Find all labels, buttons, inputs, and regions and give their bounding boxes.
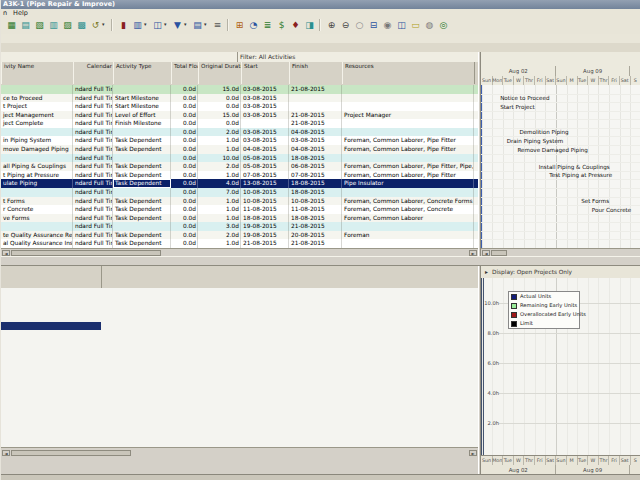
column-header[interactable]: ivity Name: [1, 62, 74, 84]
table-cell[interactable]: [342, 222, 474, 231]
table-cell[interactable]: 18-08-2015: [241, 214, 289, 223]
table-cell[interactable]: 1.0d: [198, 136, 241, 145]
table-cell[interactable]: ndard Full Time: [73, 239, 113, 248]
table-cell[interactable]: Task Dependent: [113, 231, 171, 240]
resources-icon[interactable]: ≣: [260, 18, 275, 33]
table-cell[interactable]: [1, 222, 73, 231]
table-cell[interactable]: [342, 119, 474, 128]
table-cell[interactable]: all Piping & Couplings: [1, 162, 73, 171]
table-cell[interactable]: 7.0d: [198, 188, 241, 197]
table-cell[interactable]: [342, 94, 474, 103]
table-cell[interactable]: [113, 128, 171, 137]
table-cell[interactable]: 0.0d: [171, 111, 198, 120]
table-cell[interactable]: 0.0d: [171, 128, 198, 137]
table-cell[interactable]: 3.0d: [198, 222, 241, 231]
table-cell[interactable]: 2.0d: [198, 162, 241, 171]
table-cell[interactable]: 1.0d: [198, 239, 241, 248]
table-cell[interactable]: ndard Full Time: [73, 222, 113, 231]
column-header[interactable]: Activity Type: [113, 62, 172, 84]
columns-icon[interactable]: ▥: [130, 18, 145, 33]
table-cell[interactable]: ve Forms: [1, 214, 73, 223]
table-cell[interactable]: 0.0d: [171, 239, 198, 248]
table-cell[interactable]: 10-08-2015: [289, 197, 342, 206]
zoom-out-icon[interactable]: ⊖: [338, 18, 353, 33]
table-cell[interactable]: 03-08-2015: [241, 85, 289, 94]
scroll-left-button[interactable]: ◄: [2, 450, 10, 456]
table-cell[interactable]: Finish Milestone: [113, 119, 171, 128]
table-cell[interactable]: 0.0d: [171, 154, 198, 163]
table-cell[interactable]: [342, 128, 474, 137]
table-row[interactable]: ndard Full Time0.0d2.0d03-08-201504-08-2…: [1, 128, 478, 137]
table-cell[interactable]: 21-08-2015: [289, 239, 342, 248]
table-cell[interactable]: Foreman, Common Laborer, Pipe Fitter: [342, 136, 474, 145]
table-cell[interactable]: ndard Full Time: [73, 102, 113, 111]
table-cell[interactable]: ject Complete: [1, 119, 73, 128]
activity-details-icon[interactable]: ▮: [116, 18, 131, 33]
column-header[interactable]: Total Float: [171, 62, 199, 84]
table-cell[interactable]: 21-08-2015: [289, 111, 342, 120]
filter-label[interactable]: Filter: All Activities: [240, 52, 295, 62]
table-row[interactable]: r Concretendard Full TimeTask Dependent0…: [1, 205, 478, 214]
table-cell[interactable]: [342, 85, 474, 94]
table-cell[interactable]: Task Dependent: [113, 239, 171, 248]
table-cell[interactable]: 0.0d: [171, 188, 198, 197]
table-cell[interactable]: 4.0d: [198, 179, 241, 188]
dropdown-arrow-icon[interactable]: ▾: [184, 21, 187, 27]
scroll-thumb[interactable]: [11, 450, 131, 456]
table-cell[interactable]: Task Dependent: [113, 136, 171, 145]
table-cell[interactable]: ndard Full Time: [73, 162, 113, 171]
table-cell[interactable]: 15.0d: [198, 85, 241, 94]
table-row[interactable]: ndard Full Time0.0d7.0d10-08-201518-08-2…: [1, 188, 478, 197]
table-cell[interactable]: t Forms: [1, 197, 73, 206]
table-cell[interactable]: 0.0d: [171, 102, 198, 111]
split-vertical-icon[interactable]: ◫: [394, 18, 409, 33]
table-cell[interactable]: al Quality Assurance Inspection: [1, 239, 73, 248]
table-cell[interactable]: 10-08-2015: [241, 197, 289, 206]
table-cell[interactable]: 0.0d: [171, 119, 198, 128]
table-cell[interactable]: 2.0d: [198, 128, 241, 137]
table-cell[interactable]: Task Dependent: [113, 214, 171, 223]
table-row[interactable]: ulate Pipingndard Full TimeTask Dependen…: [1, 179, 478, 188]
table-cell[interactable]: Foreman, Common Laborer: [342, 214, 474, 223]
table-cell[interactable]: [289, 94, 342, 103]
table-cell[interactable]: Foreman, Common Laborer, Pipe Fitter: [342, 171, 474, 180]
table-row[interactable]: all Piping & Couplingsndard Full TimeTas…: [1, 162, 478, 171]
table-cell[interactable]: ndard Full Time: [73, 85, 113, 94]
table-cell[interactable]: 03-08-2015: [289, 136, 342, 145]
save-icon[interactable]: ▧: [32, 18, 47, 33]
table-row[interactable]: ject Completendard Full TimeFinish Miles…: [1, 119, 478, 128]
table-row[interactable]: t Piping at Pressurendard Full TimeTask …: [1, 171, 478, 180]
table-cell[interactable]: 19-08-2015: [241, 231, 289, 240]
table-cell[interactable]: Task Dependent: [113, 197, 171, 206]
display-options-icon[interactable]: ▸: [485, 266, 488, 278]
table-cell[interactable]: 18-08-2015: [289, 154, 342, 163]
table-row[interactable]: ndard Full Time0.0d10.0d05-08-201518-08-…: [1, 154, 478, 163]
table-cell[interactable]: 0.0d: [198, 119, 241, 128]
display-options-label[interactable]: Display: Open Projects Only: [492, 266, 572, 278]
table-cell[interactable]: 06-08-2015: [289, 162, 342, 171]
column-header[interactable]: Original Duration: [198, 62, 242, 84]
table-cell[interactable]: 03-08-2015: [241, 94, 289, 103]
table-cell[interactable]: Pipe Insulator: [342, 179, 474, 188]
horizontal-splitter[interactable]: [1, 256, 640, 266]
table-cell[interactable]: te Quality Assurance Report: [1, 231, 73, 240]
column-header[interactable]: Calendar: [73, 62, 114, 84]
table-cell[interactable]: ndard Full Time: [73, 119, 113, 128]
table-cell[interactable]: 03-08-2015: [241, 128, 289, 137]
table-cell[interactable]: [113, 85, 171, 94]
table-row[interactable]: t Projectndard Full TimeStart Milestone0…: [1, 102, 478, 111]
paste-icon[interactable]: ▩: [74, 18, 89, 33]
table-cell[interactable]: ndard Full Time: [73, 171, 113, 180]
table-cell[interactable]: Task Dependent: [113, 205, 171, 214]
table-cell[interactable]: [342, 239, 474, 248]
table-cell[interactable]: Task Dependent: [113, 162, 171, 171]
table-cell[interactable]: Project Manager: [342, 111, 474, 120]
table-cell[interactable]: Foreman, Common Laborer, Concrete Forms: [342, 197, 474, 206]
table-cell[interactable]: 1.0d: [198, 145, 241, 154]
dropdown-arrow-icon[interactable]: ▾: [144, 21, 147, 27]
table-row[interactable]: te Quality Assurance Reportndard Full Ti…: [1, 231, 478, 240]
table-cell[interactable]: 21-08-2015: [289, 222, 342, 231]
dropdown-arrow-icon[interactable]: ▾: [164, 21, 167, 27]
table-cell[interactable]: ndard Full Time: [73, 214, 113, 223]
table-cell[interactable]: 05-08-2015: [241, 154, 289, 163]
